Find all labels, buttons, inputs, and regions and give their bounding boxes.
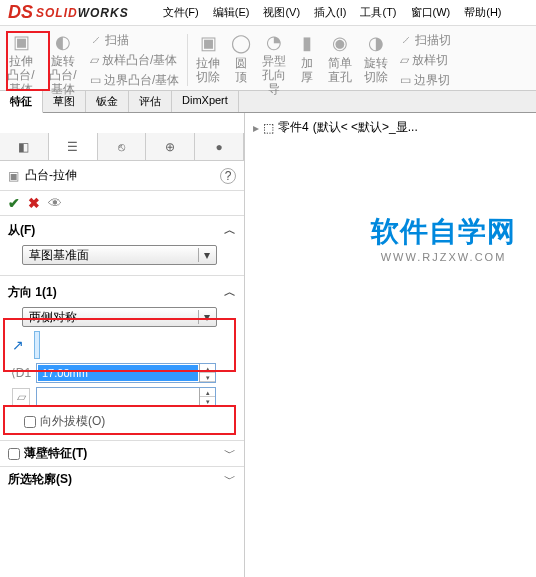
draft-spinner[interactable]: ▴▾ (199, 388, 215, 406)
tab-sketch[interactable]: 草图 (43, 91, 86, 112)
ribbon-label: 旋转切除 (362, 56, 390, 85)
dir-axis-row: ↗ (12, 331, 236, 359)
draft-input-wrap: ▴▾ (36, 387, 216, 407)
dir1-value: 两侧对称 (29, 309, 77, 326)
tree-icon: ◧ (18, 140, 29, 154)
tab-sheetmetal[interactable]: 钣金 (86, 91, 129, 112)
ribbon-thicken[interactable]: ▮ 加厚 (292, 30, 322, 90)
ribbon-label: 扫描 (105, 33, 129, 47)
boss-icon: ▣ (8, 169, 19, 183)
draft-input[interactable] (38, 389, 198, 405)
sweep-icon: ⟋ (90, 33, 102, 47)
from-value: 草图基准面 (29, 247, 89, 264)
outward-label: 向外拔模(O) (40, 413, 105, 430)
menu-insert[interactable]: 插入(I) (308, 3, 352, 22)
ribbon-label: 扫描切 (415, 33, 451, 47)
property-panel: ◧ ☰ ⎋ ⊕ ● ▣ 凸台-拉伸 ? ✔ ✖ 👁 从(F) ︿ 草图基准面 (0, 113, 245, 577)
help-icon[interactable]: ? (220, 168, 236, 184)
viewport[interactable]: ▸ ⬚ 零件4 (默认< <默认>_显... 软件自学网 WWW.RJZXW.C… (245, 113, 536, 577)
outward-draft-checkbox[interactable]: 向外拔模(O) (24, 413, 236, 430)
menu-help[interactable]: 帮助(H) (458, 3, 507, 22)
boundary-cut-icon: ▭ (400, 73, 411, 87)
expand-icon: ﹀ (224, 445, 236, 462)
dir1-label: 方向 1(1) (8, 284, 57, 301)
breadcrumb[interactable]: ▸ ⬚ 零件4 (默认< <默认>_显... (245, 113, 536, 142)
ribbon-loft-cut[interactable]: ▱放样切 (396, 51, 455, 69)
ribbon-extrude-boss[interactable]: ▣ 拉伸凸台/基体 (0, 30, 42, 90)
config-icon: ⎋ (118, 140, 125, 154)
from-combo[interactable]: 草图基准面 ▾ (22, 245, 217, 265)
ribbon-boundary-cut[interactable]: ▭边界切 (396, 71, 455, 89)
ptab-config[interactable]: ⎋ (98, 133, 147, 160)
ribbon-label: 放样切 (412, 53, 448, 67)
revolve-icon: ◐ (51, 32, 75, 54)
outward-draft-input[interactable] (24, 416, 36, 428)
tab-dimxpert[interactable]: DimXpert (172, 91, 239, 112)
dropdown-icon: ▾ (198, 310, 210, 324)
ribbon-fillet[interactable]: ◯ 圆顶 (226, 30, 256, 90)
from-header[interactable]: 从(F) ︿ (8, 220, 236, 241)
depth-input[interactable] (38, 365, 198, 381)
section-from: 从(F) ︿ 草图基准面 ▾ (0, 216, 244, 273)
contour-row[interactable]: 所选轮廓(S) ﹀ (0, 466, 244, 492)
ribbon-boundary[interactable]: ▭边界凸台/基体 (86, 71, 183, 89)
ok-button[interactable]: ✔ (8, 195, 20, 211)
menu-file[interactable]: 文件(F) (157, 3, 205, 22)
menu-window[interactable]: 窗口(W) (405, 3, 457, 22)
menu-edit[interactable]: 编辑(E) (207, 3, 256, 22)
ptab-dim[interactable]: ⊕ (146, 133, 195, 160)
thin-feature-row[interactable]: 薄壁特征(T) ﹀ (0, 440, 244, 466)
ribbon-label: 简单直孔 (326, 56, 354, 85)
title-bar: DS SOLIDWORKS 文件(F) 编辑(E) 视图(V) 插入(I) 工具… (0, 0, 536, 26)
watermark-url: WWW.RJZXW.COM (371, 251, 516, 263)
boundary-icon: ▭ (90, 73, 101, 87)
feature-title-text: 凸台-拉伸 (25, 167, 77, 184)
ribbon-revolve-cut[interactable]: ◑ 旋转切除 (358, 30, 394, 90)
collapse-icon: ︿ (224, 284, 236, 301)
depth-row: ⟨D1 ▴▾ (12, 363, 236, 383)
watermark-title: 软件自学网 (371, 213, 516, 251)
menu-tools[interactable]: 工具(T) (354, 3, 402, 22)
fillet-icon: ◯ (229, 32, 253, 56)
section-direction1: 方向 1(1) ︿ 两侧对称 ▾ ↗ ⟨D1 ▴▾ ▱ (0, 278, 244, 440)
preview-button[interactable]: 👁 (48, 195, 62, 211)
ptab-feature-tree[interactable]: ◧ (0, 133, 49, 160)
slider[interactable] (34, 331, 40, 359)
dropdown-icon: ▾ (198, 248, 210, 262)
menu-view[interactable]: 视图(V) (257, 3, 306, 22)
ribbon-hole[interactable]: ◔ 异型孔向导 (256, 30, 292, 90)
ribbon-separator (187, 34, 188, 86)
expand-arrow-icon[interactable]: ▸ (253, 121, 259, 135)
part-icon: ⬚ (263, 121, 274, 135)
logo-icon: DS (8, 2, 33, 23)
thicken-icon: ▮ (295, 32, 319, 56)
tab-feature[interactable]: 特征 (0, 91, 43, 113)
ribbon-sweep-cut[interactable]: ⟋扫描切 (396, 31, 455, 49)
depth-spinner[interactable]: ▴▾ (199, 364, 215, 382)
ptab-render[interactable]: ● (195, 133, 244, 160)
thin-checkbox[interactable]: 薄壁特征(T) (8, 445, 87, 462)
dir1-header[interactable]: 方向 1(1) ︿ (8, 282, 236, 303)
ribbon: ▣ 拉伸凸台/基体 ◐ 旋转凸台/基体 ⟋扫描 ▱放样凸台/基体 ▭边界凸台/基… (0, 26, 536, 91)
draft-icon[interactable]: ▱ (12, 388, 30, 406)
ptab-property[interactable]: ☰ (49, 133, 98, 160)
cancel-button[interactable]: ✖ (28, 195, 40, 211)
tab-evaluate[interactable]: 评估 (129, 91, 172, 112)
ribbon-label: 放样凸台/基体 (102, 53, 177, 67)
reverse-direction-icon[interactable]: ↗ (12, 337, 24, 353)
ribbon-label: 加厚 (296, 56, 318, 85)
thin-input[interactable] (8, 448, 20, 460)
depth-input-wrap: ▴▾ (36, 363, 216, 383)
feature-title: ▣ 凸台-拉伸 (8, 167, 77, 184)
thin-label: 薄壁特征(T) (24, 445, 87, 462)
sweep-cut-icon: ⟋ (400, 33, 412, 47)
ribbon-loft[interactable]: ▱放样凸台/基体 (86, 51, 183, 69)
dir1-combo[interactable]: 两侧对称 ▾ (22, 307, 217, 327)
ribbon-sweep[interactable]: ⟋扫描 (86, 31, 183, 49)
panel-header: ▣ 凸台-拉伸 ? (0, 161, 244, 191)
ribbon-simple-hole[interactable]: ◉ 简单直孔 (322, 30, 358, 90)
separator (0, 275, 244, 276)
list-icon: ☰ (67, 140, 78, 154)
ribbon-extrude-cut[interactable]: ▣ 拉伸切除 (190, 30, 226, 90)
ribbon-revolve-boss[interactable]: ◐ 旋转凸台/基体 (42, 30, 84, 90)
